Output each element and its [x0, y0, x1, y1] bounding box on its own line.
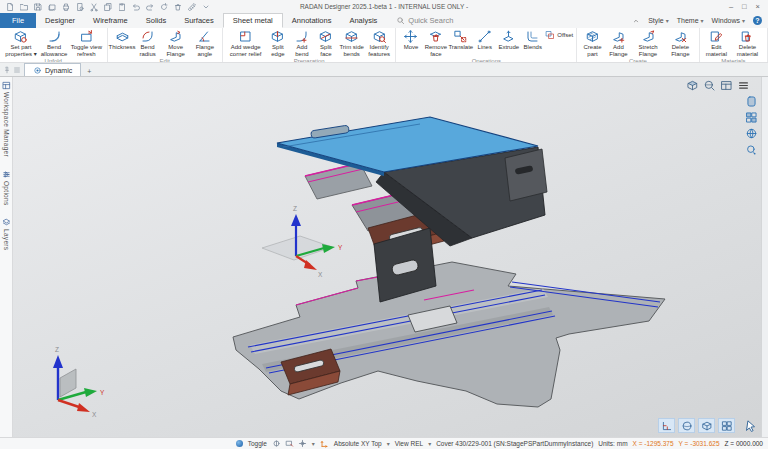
menu-theme[interactable]: Theme▾ — [677, 17, 704, 24]
menu-style[interactable]: Style▾ — [648, 17, 669, 24]
refresh-icon[interactable] — [159, 2, 169, 12]
ribbon-tab-sheet-metal[interactable]: Sheet metal — [223, 13, 283, 28]
world-icon[interactable] — [745, 127, 758, 140]
ribbon-button-bend-allowance[interactable]: Bend allowance — [40, 29, 68, 57]
ribbon-button-move[interactable]: Move — [399, 29, 422, 51]
ribbon-tab-annotations[interactable]: Annotations — [283, 13, 341, 28]
ribbon-tab-designer[interactable]: Designer — [36, 13, 84, 28]
ribbon-button-remove-face[interactable]: Remove face — [423, 29, 448, 57]
search-icon — [396, 16, 405, 25]
caret-down-icon[interactable]: ▾ — [428, 440, 431, 447]
multi-view-icon[interactable] — [718, 418, 735, 433]
select-cursor-icon[interactable] — [744, 419, 758, 433]
pin-icon[interactable] — [3, 66, 11, 74]
ribbon-button-delete-flange[interactable]: Delete Flange — [665, 29, 696, 57]
ribbon-button-blends[interactable]: Blends — [521, 29, 544, 51]
view-reference[interactable]: View REL — [395, 440, 423, 447]
ribbon-button-translate[interactable]: Translate — [449, 29, 472, 51]
ribbon-button-create-part[interactable]: Create part — [580, 29, 605, 57]
sidebar-tab-layers[interactable]: Layers — [2, 218, 11, 250]
window-select-icon[interactable] — [285, 439, 294, 448]
ribbon-group-preparation: Add wedge corner reliefSplit edgeAdd ben… — [223, 28, 397, 62]
viewports-frame-icon[interactable] — [720, 79, 733, 92]
redo-icon[interactable] — [145, 2, 155, 12]
save-icon[interactable] — [33, 2, 43, 12]
ribbon-tab-solids[interactable]: Solids — [137, 13, 175, 28]
ribbon-button-identify-features[interactable]: Identify features — [366, 29, 393, 57]
ribbon-button-edit-material[interactable]: Edit material — [703, 29, 730, 57]
toggle-label[interactable]: Toggle — [248, 440, 267, 447]
ribbon-button-toggle-view-refresh[interactable]: Toggle view refresh — [69, 29, 103, 57]
close-button[interactable]: × — [756, 2, 760, 11]
quick-search[interactable]: Quick Search — [386, 13, 463, 28]
sidebar-tab-options[interactable]: Options — [2, 170, 11, 206]
sphere-view-icon[interactable] — [678, 418, 695, 433]
ribbon-button-add-flange[interactable]: Add Flange — [606, 29, 631, 57]
ribbon-button-add-bend[interactable]: Add bend — [290, 29, 313, 57]
print-icon[interactable] — [61, 2, 71, 12]
ribbon-button-flange-angle[interactable]: Flange angle — [191, 29, 219, 57]
ribbon-button-offset[interactable]: Offset — [545, 30, 573, 40]
delete-icon[interactable] — [173, 2, 183, 12]
ribbon-button-add-wedge-corner-relief[interactable]: Add wedge corner relief — [226, 29, 266, 57]
viewport[interactable]: Z Y X Z Y X — [13, 77, 768, 437]
undo-icon[interactable] — [131, 2, 141, 12]
add-view-tab-button[interactable]: + — [81, 68, 97, 76]
flat-blank-part[interactable] — [233, 262, 665, 407]
print-preview-icon[interactable] — [75, 2, 85, 12]
axes-view-icon[interactable] — [658, 418, 675, 433]
cube-view-icon[interactable] — [698, 418, 715, 433]
viewport-canvas[interactable]: Z Y X Z Y X — [13, 77, 768, 437]
orbit-center-icon[interactable] — [745, 143, 758, 156]
menu-windows[interactable]: Windows▾ — [712, 17, 745, 24]
ribbon-button-split-edge[interactable]: Split edge — [266, 29, 289, 57]
coordinate-mode[interactable]: Absolute XY Top — [334, 440, 382, 447]
ribbon-tab-file[interactable]: File — [0, 13, 36, 28]
new-file-icon[interactable] — [5, 2, 15, 12]
menu-icon[interactable] — [737, 79, 750, 92]
toggle-indicator-icon[interactable] — [236, 440, 243, 447]
help-icon[interactable]: ? — [753, 16, 762, 25]
ribbon-button-move-flange[interactable]: Move Flange — [162, 29, 190, 57]
list-icon[interactable] — [13, 66, 21, 74]
copy-icon[interactable] — [103, 2, 113, 12]
ribbon-button-bend-radius[interactable]: Bend radius — [135, 29, 161, 57]
orbit-search-icon[interactable] — [703, 79, 716, 92]
view-style-icon[interactable] — [745, 95, 758, 108]
named-views-icon[interactable] — [745, 111, 758, 124]
ribbon-tab-surfaces[interactable]: Surfaces — [175, 13, 223, 28]
caret-down-icon[interactable]: ▾ — [387, 440, 390, 447]
ribbon-button-lines[interactable]: Lines — [473, 29, 496, 51]
ribbon-button-trim-side-bends[interactable]: Trim side bends — [338, 29, 364, 57]
coordinate-z: Z = 0000.000 — [725, 440, 764, 447]
snap-icon[interactable] — [298, 439, 307, 448]
ribbon-button-extrude[interactable]: Extrude — [497, 29, 520, 51]
ribbon-button-delete-material[interactable]: Delete material — [731, 29, 764, 57]
coordinate-x: X = -1295.375 — [633, 440, 674, 447]
caret-down-icon[interactable]: ▾ — [312, 440, 315, 447]
cut-icon[interactable] — [89, 2, 99, 12]
triad-z-label: Z — [293, 205, 297, 212]
open-file-icon[interactable] — [19, 2, 29, 12]
ribbon-button-stretch-flange[interactable]: Stretch Flange — [632, 29, 664, 57]
dynamic-view-icon — [33, 66, 42, 75]
ribbon-button-thickness[interactable]: Thickness — [111, 29, 134, 51]
more-icon[interactable] — [201, 2, 211, 12]
maximize-button[interactable]: □ — [742, 2, 747, 11]
view-tab-dynamic[interactable]: Dynamic — [24, 63, 81, 76]
ribbon-button-split-face[interactable]: Split face — [314, 29, 337, 57]
collapsed-panel-strip[interactable] — [761, 77, 768, 437]
ribbon-tab-wireframe[interactable]: Wireframe — [84, 13, 137, 28]
caret-down-icon: ▾ — [666, 17, 669, 24]
ribbon-tab-analysis[interactable]: Analysis — [340, 13, 386, 28]
minimize-button[interactable]: – — [729, 2, 733, 11]
coordinate-y: Y = -3031.625 — [679, 440, 720, 447]
pan-icon[interactable] — [272, 439, 281, 448]
paste-icon[interactable] — [117, 2, 127, 12]
collapse-ribbon-icon[interactable] — [632, 17, 640, 25]
measure-icon[interactable] — [187, 2, 197, 12]
ribbon-button-set-part-properties[interactable]: Set part properties ▾ — [3, 29, 39, 57]
section-cube-icon[interactable] — [686, 79, 699, 92]
save-all-icon[interactable] — [47, 2, 57, 12]
sidebar-tab-workspace-manager[interactable]: Workspace Manager — [2, 81, 11, 157]
